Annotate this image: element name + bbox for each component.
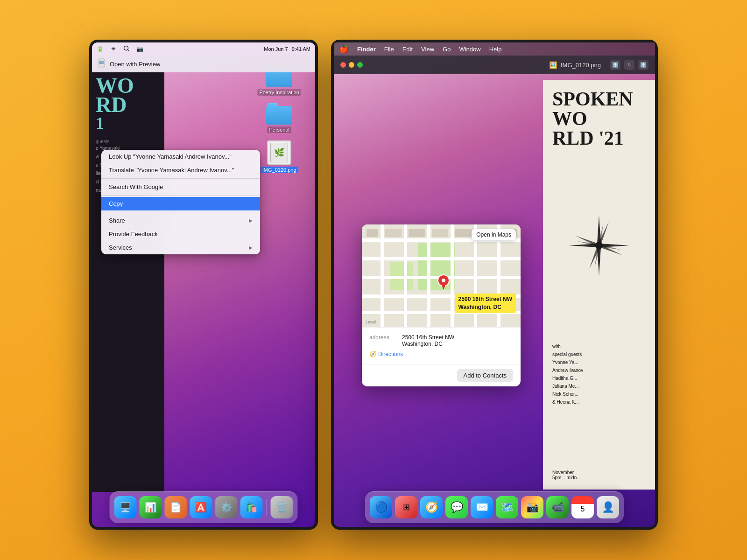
- file-img0120-label: IMG_0120.png: [261, 167, 298, 173]
- screenshot-menubar-icon: 📷: [136, 46, 143, 52]
- svg-point-0: [124, 46, 128, 50]
- right-dock-launchpad[interactable]: ⊞: [395, 496, 417, 518]
- right-dock-calendar[interactable]: 5: [571, 496, 594, 518]
- folder-poetry-label: Poetry Inspiration: [257, 89, 301, 96]
- map-address-label-text: address: [369, 334, 397, 347]
- right-screen: 🍎 Finder File Edit View Go Window Help: [334, 42, 655, 527]
- ctx-copy-label: Copy: [109, 200, 123, 207]
- ctx-share-label: Share: [109, 217, 125, 224]
- minimize-button[interactable]: [349, 62, 354, 68]
- menubar-time: 9:41 AM: [292, 46, 310, 52]
- menu-file[interactable]: File: [384, 46, 394, 53]
- ctx-feedback[interactable]: Provide Feedback: [101, 227, 260, 241]
- right-dock-safari[interactable]: 🧭: [420, 496, 443, 518]
- dock-sep-left: [267, 499, 267, 516]
- map-area: Open in Maps 2500 16th Street NW Washing…: [362, 224, 521, 327]
- desktop-icons: Poetry Inspiration Personal 🌿 IMG_0: [257, 66, 301, 173]
- ctx-search-google-label: Search With Google: [109, 183, 163, 190]
- menu-edit[interactable]: Edit: [402, 46, 413, 53]
- right-desktop: 🍎 Finder File Edit View Go Window Help: [334, 42, 655, 527]
- right-dock-contacts[interactable]: 👤: [597, 496, 619, 518]
- file-img0120[interactable]: 🌿 IMG_0120.png: [261, 140, 298, 173]
- svg-rect-24: [409, 229, 425, 237]
- svg-rect-26: [455, 229, 472, 237]
- search-icon[interactable]: [123, 45, 130, 53]
- poster-word: WORD: [96, 76, 161, 115]
- svg-point-31: [442, 279, 445, 282]
- directions-label: Directions: [378, 351, 403, 357]
- svg-rect-17: [404, 224, 407, 327]
- poster-guests-label: guests: [96, 139, 161, 144]
- ctx-lookup-label: Look Up "Yvonne Yamasaki Andrew Ivanov..…: [109, 153, 232, 160]
- ctx-search-google[interactable]: Search With Google: [101, 180, 260, 194]
- finder-export-icon[interactable]: ⬆️: [638, 60, 648, 70]
- finder-rotate-icon[interactable]: ↻: [624, 60, 634, 70]
- preview-title: Open with Preview: [110, 61, 160, 68]
- right-mac-device: 🍎 Finder File Edit View Go Window Help: [331, 40, 658, 530]
- screens-wrapper: 🔋 📷 Mon Jun 7 9:41 AM: [0, 0, 747, 560]
- svg-rect-25: [432, 229, 448, 237]
- svg-rect-23: [385, 229, 402, 237]
- right-dock-finder[interactable]: 🔵: [370, 496, 392, 518]
- folder-personal[interactable]: Personal: [266, 103, 292, 133]
- finder-title-area: 🖼️ IMG_0120.png: [549, 61, 601, 69]
- menu-finder[interactable]: Finder: [357, 46, 376, 53]
- dock-icon-pages[interactable]: 📄: [165, 496, 187, 518]
- ctx-lookup[interactable]: Look Up "Yvonne Yamasaki Andrew Ivanov..…: [101, 150, 260, 163]
- svg-rect-3: [99, 61, 104, 64]
- svg-rect-16: [381, 224, 384, 327]
- left-dock: 🖥️ 📊 📄 🅰️ ⚙️ 🛍️: [110, 491, 298, 523]
- finder-file-icon: 🖼️: [549, 61, 557, 69]
- dock-icon-numbers[interactable]: 📊: [140, 496, 162, 518]
- map-address-overlay: 2500 16th Street NW Washington, DC: [455, 294, 516, 313]
- ctx-copy[interactable]: Copy: [101, 197, 260, 210]
- right-dock-photos[interactable]: 📸: [521, 496, 543, 518]
- add-to-contacts-button[interactable]: Add to Contacts: [457, 369, 514, 382]
- right-dock-mail[interactable]: ✉️: [471, 496, 493, 518]
- context-menu: Look Up "Yvonne Yamasaki Andrew Ivanov..…: [101, 150, 260, 254]
- right-dock-facetime[interactable]: 📹: [546, 496, 569, 518]
- menu-help[interactable]: Help: [489, 46, 502, 53]
- starburst-graphic: [566, 213, 632, 278]
- ctx-services-label: Services: [109, 244, 132, 251]
- map-open-button[interactable]: Open in Maps: [472, 229, 516, 240]
- finder-window-title: IMG_0120.png: [561, 62, 601, 69]
- menubar-date: Mon Jun 7: [264, 46, 288, 52]
- dock-icon-sysprefs[interactable]: ⚙️: [215, 496, 238, 518]
- ctx-translate-label: Translate "Yvonne Yamasaki Andrew Ivanov…: [109, 167, 234, 174]
- ctx-sep1: [101, 178, 260, 179]
- folder-personal-label: Personal: [267, 126, 291, 133]
- traffic-lights: [340, 62, 363, 68]
- map-directions-button[interactable]: 🧭 Directions: [369, 351, 513, 357]
- menu-view[interactable]: View: [421, 46, 434, 53]
- left-screen: 🔋 📷 Mon Jun 7 9:41 AM: [92, 42, 315, 527]
- left-desktop: 🔋 📷 Mon Jun 7 9:41 AM: [92, 42, 315, 527]
- right-dock-maps[interactable]: 🗺️: [496, 496, 518, 518]
- dock-icon-store[interactable]: 🛍️: [240, 496, 263, 518]
- finder-titlebar: 🖼️ IMG_0120.png ⬆️ ↻ ⬆️: [334, 56, 655, 74]
- apple-menu-icon[interactable]: 🍎: [339, 45, 349, 54]
- wifi-icon: [110, 46, 117, 52]
- left-menubar: 🔋 📷 Mon Jun 7 9:41 AM: [92, 42, 315, 56]
- ctx-translate[interactable]: Translate "Yvonne Yamasaki Andrew Ivanov…: [101, 163, 260, 177]
- svg-rect-12: [362, 257, 521, 260]
- ctx-sep3: [101, 212, 260, 212]
- left-poster: WORD 1 guests e Yamasakiw Ivanova Gurusw…: [92, 72, 164, 492]
- maximize-button[interactable]: [357, 62, 363, 68]
- dock-icon-appstore[interactable]: 🅰️: [190, 496, 212, 518]
- ctx-share[interactable]: Share ▶: [101, 214, 260, 227]
- close-button[interactable]: [340, 62, 346, 68]
- menu-go[interactable]: Go: [443, 46, 451, 53]
- right-dock-messages[interactable]: 💬: [445, 496, 468, 518]
- menu-window[interactable]: Window: [459, 46, 480, 53]
- svg-rect-9: [418, 243, 455, 290]
- svg-rect-22: [366, 229, 378, 237]
- poster-footer: November5pm – midn...: [552, 470, 646, 480]
- finder-share-icon[interactable]: ⬆️: [610, 60, 620, 70]
- map-address-value: 2500 16th Street NW Washington, DC: [402, 334, 454, 347]
- ctx-services[interactable]: Services ▶: [101, 241, 260, 254]
- dock-icon-mirroring[interactable]: 🖥️: [114, 496, 137, 518]
- map-info: address 2500 16th Street NW Washington, …: [362, 327, 521, 364]
- poster-names-right: withspecial guests Yvonne Ya...Andrew Iv…: [552, 343, 646, 406]
- dock-icon-trash[interactable]: 🗑️: [271, 496, 293, 518]
